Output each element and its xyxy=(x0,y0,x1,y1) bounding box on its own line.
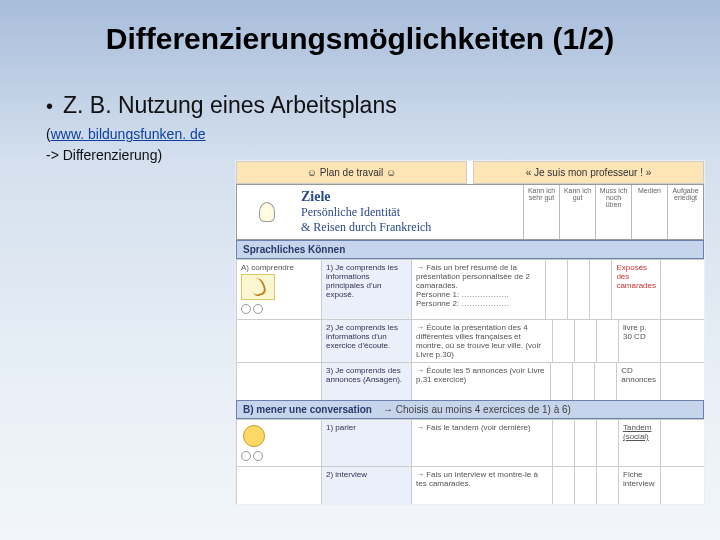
done-cell xyxy=(660,260,704,319)
b2-media: Fiche interview xyxy=(618,467,660,504)
empty-cell xyxy=(236,320,321,362)
empty-cell xyxy=(236,467,321,504)
col-medien: Medien xyxy=(631,185,667,239)
worksheet-embed: ☺ Plan de travail ☺ « Je suis mon profes… xyxy=(235,160,705,505)
a1-task-line: → Fais un bref résumé de la présentation… xyxy=(416,263,541,290)
a2-task: → Écoute la présentation des 4 différent… xyxy=(411,320,552,362)
check-cell xyxy=(594,363,616,400)
a1-personne1: Personne 1: ……………… xyxy=(416,290,541,299)
table-row: 3) Je comprends des annonces (Ansagen). … xyxy=(236,362,704,400)
ziele-columns: Kann ich sehr gut Kann ich gut Muss ich … xyxy=(523,185,703,239)
table-b: 1) parler → Fais le tandem (voir dernièr… xyxy=(236,419,704,504)
check-cell xyxy=(574,320,596,362)
a1-goal: 1) Je comprends les informations princip… xyxy=(321,260,411,319)
table-row: 2) Je comprends les informations d'un ex… xyxy=(236,319,704,362)
check-cell xyxy=(596,420,618,466)
smiley-icon xyxy=(241,451,251,461)
row-a-label: A) comprendre xyxy=(236,260,321,319)
col-erledigt: Aufgabe erledigt xyxy=(667,185,703,239)
ziele-row: Ziele Persönliche Identität & Reisen dur… xyxy=(236,184,704,240)
section-b: B) mener une conversation → Choisis au m… xyxy=(236,400,704,419)
smiley-icon xyxy=(253,304,263,314)
a-comprendre-label: A) comprendre xyxy=(241,263,317,272)
check-cell xyxy=(552,420,574,466)
a3-goal: 3) Je comprends des annonces (Ansagen). xyxy=(321,363,411,400)
worksheet-header: ☺ Plan de travail ☺ « Je suis mon profes… xyxy=(236,161,704,184)
source-link[interactable]: www. bildungsfunken. de xyxy=(51,126,206,142)
smiley-row xyxy=(241,304,263,314)
smiley-icon xyxy=(253,451,263,461)
a2-goal: 2) Je comprends les informations d'un ex… xyxy=(321,320,411,362)
ziele-line2: & Reisen durch Frankreich xyxy=(301,220,519,235)
b1-media: Tandem (social) xyxy=(618,420,660,466)
a3-media: CD annonces xyxy=(616,363,660,400)
bullet-dot-icon: • xyxy=(46,95,53,118)
smiley-row xyxy=(241,451,263,461)
smiley-icon xyxy=(241,304,251,314)
done-cell xyxy=(660,320,704,362)
b2-goal: 2) interview xyxy=(321,467,411,504)
check-cell xyxy=(552,320,574,362)
lightbulb-icon xyxy=(259,202,275,222)
check-cell xyxy=(596,467,618,504)
ziele-text: Ziele Persönliche Identität & Reisen dur… xyxy=(297,185,523,239)
bullet-item: • Z. B. Nutzung eines Arbeitsplans xyxy=(0,74,720,123)
check-cell xyxy=(550,363,572,400)
section-b-label: B) mener une conversation xyxy=(243,404,372,415)
plan-de-travail-box: ☺ Plan de travail ☺ xyxy=(236,161,467,184)
section-sprachliches: Sprachliches Können xyxy=(236,240,704,259)
b-face-cell xyxy=(236,420,321,466)
col-sehr-gut: Kann ich sehr gut xyxy=(523,185,559,239)
col-ueben: Muss ich noch üben xyxy=(595,185,631,239)
a1-personne2: Personne 2: ……………… xyxy=(416,299,541,308)
check-cell xyxy=(574,420,596,466)
done-cell xyxy=(660,420,704,466)
a2-media: livre p. 30 CD xyxy=(618,320,660,362)
ziele-title: Ziele xyxy=(301,189,519,205)
check-cell xyxy=(589,260,611,319)
section-b-sub: → Choisis au moins 4 exercices de 1) à 6… xyxy=(383,404,571,415)
ear-icon-box xyxy=(241,274,275,300)
empty-cell xyxy=(236,363,321,400)
source-line-1: (www. bildungsfunken. de xyxy=(0,123,720,144)
check-cell xyxy=(596,320,618,362)
a1-media: Exposés des camarades xyxy=(611,260,660,319)
table-a: A) comprendre 1) Je comprends les inform… xyxy=(236,259,704,400)
check-cell xyxy=(574,467,596,504)
je-suis-prof-box: « Je suis mon professeur ! » xyxy=(473,161,704,184)
ear-icon xyxy=(248,276,267,298)
table-row: A) comprendre 1) Je comprends les inform… xyxy=(236,259,704,319)
b2-task: → Fais un interview et montre-le à tes c… xyxy=(411,467,552,504)
done-cell xyxy=(660,467,704,504)
done-cell xyxy=(660,363,704,400)
face-icon xyxy=(243,425,265,447)
check-cell xyxy=(545,260,567,319)
check-cell xyxy=(552,467,574,504)
col-gut: Kann ich gut xyxy=(559,185,595,239)
b1-goal: 1) parler xyxy=(321,420,411,466)
table-row: 1) parler → Fais le tandem (voir dernièr… xyxy=(236,419,704,466)
a3-task: → Écoute les 5 annonces (voir Livre p.31… xyxy=(411,363,550,400)
check-cell xyxy=(572,363,594,400)
slide-title: Differenzierungsmöglichkeiten (1/2) xyxy=(0,0,720,74)
a1-task: → Fais un bref résumé de la présentation… xyxy=(411,260,545,319)
lightbulb-cell xyxy=(237,185,297,239)
bullet-text: Z. B. Nutzung eines Arbeitsplans xyxy=(63,92,397,119)
check-cell xyxy=(567,260,589,319)
b1-task: → Fais le tandem (voir dernière) xyxy=(411,420,552,466)
table-row: 2) interview → Fais un interview et mont… xyxy=(236,466,704,504)
ziele-line1: Persönliche Identität xyxy=(301,205,519,220)
